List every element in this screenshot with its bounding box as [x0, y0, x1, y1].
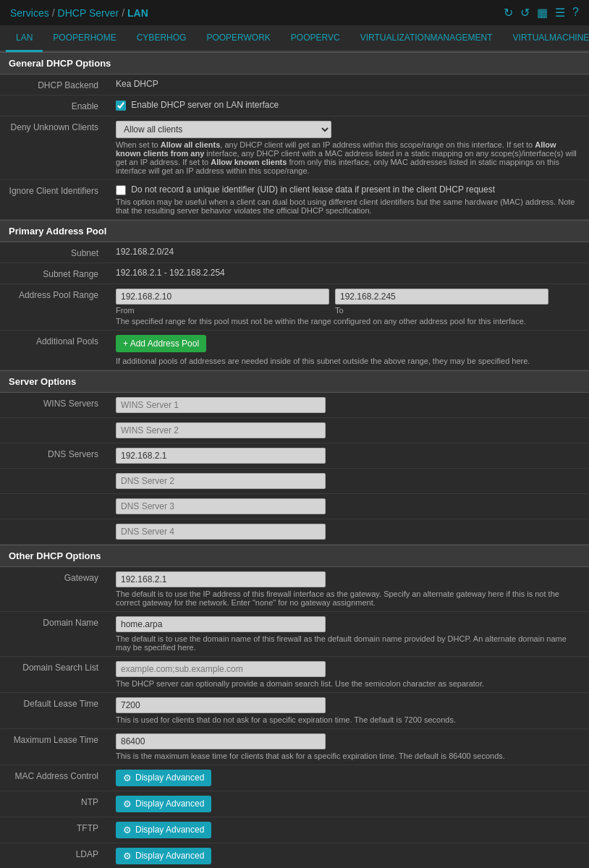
tab-pooperwork[interactable]: POOPERWORK — [196, 25, 280, 52]
ignore-client-row: Ignore Client Identifiers Do not record … — [0, 180, 589, 220]
add-pool-button[interactable]: + Add Address Pool — [116, 335, 206, 352]
subnet-row: Subnet 192.168.2.0/24 — [0, 242, 589, 263]
ntp-display-adv-label: Display Advanced — [135, 799, 204, 809]
max-lease-input[interactable] — [116, 733, 326, 749]
tab-pooperhome[interactable]: POOPERHOME — [43, 25, 126, 52]
deny-unknown-select[interactable]: Allow all clients — [116, 121, 331, 138]
dns-servers-label: DNS Servers — [0, 443, 109, 468]
wins-server-2-input[interactable] — [116, 422, 326, 438]
domain-search-label: Domain Search List — [0, 656, 109, 692]
pool-from-input[interactable] — [116, 289, 329, 305]
dns-server-3-row — [0, 493, 589, 519]
tftp-row: TFTP ⚙ Display Advanced — [0, 817, 589, 843]
gear-icon-tftp: ⚙ — [123, 825, 132, 835]
domain-name-row: Domain Name The default is to use the do… — [0, 611, 589, 656]
ignore-client-checkbox-label[interactable]: Do not record a unique identifier (UID) … — [116, 184, 495, 195]
ldap-row: LDAP ⚙ Display Advanced — [0, 843, 589, 868]
ignore-client-checkbox-text: Do not record a unique identifier (UID) … — [131, 184, 495, 195]
refresh-icon[interactable]: ↻ — [504, 6, 513, 20]
additional-pools-label: Additional Pools — [0, 330, 109, 370]
wins-server-1-input[interactable] — [116, 397, 326, 413]
wins-servers-row: WINS Servers — [0, 393, 589, 418]
dns-server-2-row — [0, 468, 589, 493]
gateway-label: Gateway — [0, 567, 109, 612]
ntp-row: NTP ⚙ Display Advanced — [0, 791, 589, 817]
reload-icon[interactable]: ↺ — [520, 6, 530, 20]
ldap-display-adv-label: Display Advanced — [135, 851, 204, 861]
address-pool-range-label: Address Pool Range — [0, 284, 109, 330]
deny-unknown-row: Deny Unknown Clients Allow all clients W… — [0, 116, 589, 180]
domain-name-input[interactable] — [116, 616, 326, 632]
dns-server-3-input[interactable] — [116, 498, 326, 514]
pool-range-help: The specified range for this pool must n… — [116, 317, 582, 326]
default-lease-row: Default Lease Time This is used for clie… — [0, 692, 589, 728]
gateway-help: The default is to use the IP address of … — [116, 590, 582, 607]
dhcp-backend-label: DHCP Backend — [0, 75, 109, 95]
enable-checkbox[interactable] — [116, 101, 126, 111]
gear-icon-ntp: ⚙ — [123, 799, 132, 809]
general-dhcp-table: DHCP Backend Kea DHCP Enable Enable DHCP… — [0, 75, 589, 220]
pool-to-group: To — [335, 289, 548, 315]
deny-unknown-help: When set to Allow all clients, any DHCP … — [116, 140, 582, 175]
dhcp-backend-row: DHCP Backend Kea DHCP — [0, 75, 589, 95]
dhcp-backend-value: Kea DHCP — [116, 75, 158, 89]
gateway-input[interactable] — [116, 571, 326, 587]
domain-search-row: Domain Search List The DHCP server can o… — [0, 656, 589, 692]
additional-pools-help: If additional pools of addresses are nee… — [116, 357, 582, 365]
max-lease-row: Maximum Lease Time This is the maximum l… — [0, 728, 589, 765]
mac-address-label: MAC Address Control — [0, 765, 109, 791]
pool-to-input[interactable] — [335, 289, 548, 305]
gear-icon-ldap: ⚙ — [123, 851, 132, 861]
to-label: To — [335, 306, 548, 315]
max-lease-help: This is the maximum lease time for clien… — [116, 752, 582, 760]
from-label: From — [116, 306, 329, 315]
default-lease-label: Default Lease Time — [0, 692, 109, 728]
tabs-bar: LAN POOPERHOME CYBERHOG POOPERWORK POOPE… — [0, 25, 589, 52]
subnet-value: 192.168.2.0/24 — [116, 243, 174, 257]
wins-servers-label: WINS Servers — [0, 393, 109, 418]
breadcrumb-dhcp-server[interactable]: DHCP Server — [58, 7, 119, 19]
ntp-label: NTP — [0, 791, 109, 817]
tab-lan[interactable]: LAN — [6, 25, 43, 52]
wins-server-2-row — [0, 417, 589, 443]
enable-label: Enable — [0, 95, 109, 116]
chart-icon[interactable]: ▦ — [537, 6, 548, 20]
breadcrumb-services[interactable]: Services — [10, 7, 49, 19]
domain-name-help: The default is to use the domain name of… — [116, 634, 582, 652]
tftp-display-advanced-button[interactable]: ⚙ Display Advanced — [116, 822, 211, 838]
domain-search-help: The DHCP server can optionally provide a… — [116, 679, 582, 688]
list-icon[interactable]: ☰ — [555, 6, 565, 20]
pool-from-group: From — [116, 289, 329, 315]
gear-icon-mac: ⚙ — [123, 773, 132, 783]
tab-cyberhog[interactable]: CYBERHOG — [127, 25, 197, 52]
dns-server-2-input[interactable] — [116, 473, 326, 489]
dns-server-4-input[interactable] — [116, 524, 326, 540]
ldap-display-advanced-button[interactable]: ⚙ Display Advanced — [116, 848, 211, 864]
gateway-row: Gateway The default is to use the IP add… — [0, 567, 589, 612]
mac-address-display-advanced-button[interactable]: ⚙ Display Advanced — [116, 770, 211, 786]
dns-server-4-row — [0, 519, 589, 544]
domain-search-input[interactable] — [116, 661, 326, 677]
ntp-display-advanced-button[interactable]: ⚙ Display Advanced — [116, 796, 211, 812]
subnet-range-row: Subnet Range 192.168.2.1 - 192.168.2.254 — [0, 263, 589, 284]
tab-virtualmachines[interactable]: VIRTUALMACHINES — [503, 25, 589, 52]
default-lease-input[interactable] — [116, 697, 326, 713]
breadcrumb-lan: LAN — [127, 7, 148, 19]
tab-poopervc[interactable]: POOPERVC — [281, 25, 350, 52]
dns-server-1-input[interactable] — [116, 448, 326, 464]
tftp-display-adv-label: Display Advanced — [135, 825, 204, 835]
enable-checkbox-label[interactable]: Enable DHCP server on LAN interface — [116, 100, 279, 110]
server-options-table: WINS Servers DNS Servers — [0, 393, 589, 545]
subnet-range-value: 192.168.2.1 - 192.168.2.254 — [116, 264, 225, 278]
section-primary-pool: Primary Address Pool — [0, 220, 589, 242]
subnet-range-label: Subnet Range — [0, 263, 109, 284]
ignore-client-checkbox[interactable] — [116, 185, 126, 195]
ignore-client-help: This option may be useful when a client … — [116, 197, 582, 215]
max-lease-label: Maximum Lease Time — [0, 728, 109, 765]
tab-virtualizationmanagement[interactable]: VIRTUALIZATIONMANAGEMENT — [350, 25, 503, 52]
primary-pool-table: Subnet 192.168.2.0/24 Subnet Range 192.1… — [0, 242, 589, 370]
help-icon[interactable]: ? — [572, 6, 579, 20]
mac-display-adv-label: Display Advanced — [135, 773, 204, 783]
additional-pools-row: Additional Pools + Add Address Pool If a… — [0, 330, 589, 370]
default-lease-help: This is used for clients that do not ask… — [116, 715, 582, 724]
